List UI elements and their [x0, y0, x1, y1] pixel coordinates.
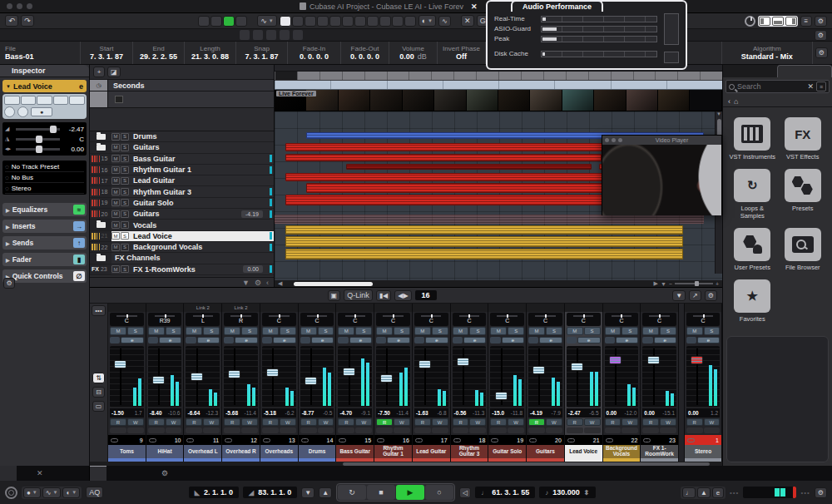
track-state-button[interactable]: [69, 96, 85, 105]
snap-toggle-button[interactable]: ✕: [461, 15, 474, 27]
channel-pan-control[interactable]: R39: [148, 313, 182, 326]
channel-edit-button[interactable]: e: [349, 337, 373, 343]
track-mute-button[interactable]: M: [111, 144, 120, 151]
video-player-titlebar[interactable]: Video Player: [602, 136, 721, 145]
channel-read-button[interactable]: R: [300, 418, 317, 426]
record-mode-dropdown[interactable]: ●▼: [23, 487, 41, 498]
tool-button[interactable]: [392, 16, 404, 27]
channel-volume-value[interactable]: -8.77: [302, 410, 314, 416]
channel-edit-button[interactable]: e: [463, 337, 487, 343]
lower-zone-tab[interactable]: [90, 466, 106, 481]
import-track-button[interactable]: ◪: [107, 67, 121, 77]
list-view-icon[interactable]: ≡: [816, 82, 826, 91]
channel-pan-control[interactable]: C: [453, 313, 487, 326]
track-state-button[interactable]: [37, 96, 52, 105]
channel-volume-value[interactable]: -2.47: [568, 410, 581, 416]
tool-button[interactable]: [305, 16, 316, 27]
track-solo-button[interactable]: S: [121, 265, 129, 273]
close-window-button[interactable]: [605, 138, 609, 142]
fader-handle[interactable]: [191, 373, 203, 381]
automation-state-button[interactable]: [223, 16, 235, 27]
channel-read-button[interactable]: R: [186, 418, 202, 426]
channel-read-button[interactable]: R: [376, 418, 393, 426]
channel-fader-area[interactable]: [686, 346, 720, 408]
channel-write-button[interactable]: W: [660, 418, 676, 426]
channel-pan-control[interactable]: C: [110, 313, 144, 326]
channel-name[interactable]: Overheads: [260, 445, 298, 458]
track-row[interactable]: FX 23 M S FX 1-RoomWorks 0.00: [90, 264, 274, 275]
channel-solo-button[interactable]: S: [355, 327, 372, 335]
channel-volume-value[interactable]: -5.68: [225, 410, 238, 416]
mixer-channel[interactable]: C M S e: [527, 304, 565, 462]
track-solo-button[interactable]: S: [121, 188, 129, 195]
add-track-button[interactable]: +: [93, 67, 105, 77]
channel-write-button[interactable]: W: [546, 418, 562, 426]
channel-listen-button[interactable]: [186, 337, 196, 343]
fader-handle[interactable]: [418, 360, 431, 368]
tool-button[interactable]: [354, 16, 366, 27]
close-audio-performance-icon[interactable]: ✕: [471, 2, 478, 11]
marker-track[interactable]: [90, 91, 274, 108]
channel-edit-button[interactable]: e: [616, 337, 639, 343]
channel-misc-button[interactable]: [203, 427, 220, 433]
tool-button[interactable]: [367, 16, 379, 27]
fader-handle[interactable]: [532, 366, 545, 374]
channel-name[interactable]: Lead Guitar: [413, 445, 450, 458]
inspector-track-name[interactable]: ▼ Lead Voice e: [2, 80, 87, 92]
channel-mute-button[interactable]: M: [148, 327, 165, 335]
channel-mute-button[interactable]: M: [686, 327, 703, 335]
close-window-button[interactable]: [7, 3, 12, 9]
automation-state-button[interactable]: [210, 16, 222, 27]
channel-fader-area[interactable]: [148, 346, 182, 408]
info-line-field[interactable]: Snap 7. 3. 1. 87: [236, 42, 288, 64]
channel-name[interactable]: Overhead L: [184, 445, 221, 458]
inspector-section[interactable]: ▶ Sends ↑: [2, 236, 87, 250]
tool-button[interactable]: [404, 16, 416, 27]
track-volume-badge[interactable]: 0.00: [243, 265, 263, 273]
channel-write-button[interactable]: W: [622, 418, 638, 426]
channel-fader-area[interactable]: [300, 346, 334, 408]
channel-fader-area[interactable]: [262, 346, 296, 408]
automation-state-button[interactable]: [198, 16, 210, 27]
mixer-setup-gear[interactable]: ⚙: [705, 290, 717, 301]
inspector-section[interactable]: ▶ Fader ▮: [2, 253, 87, 266]
channel-mute-button[interactable]: M: [300, 327, 317, 335]
info-line-field[interactable]: Invert Phase Off: [438, 42, 486, 64]
channel-misc-button[interactable]: [567, 427, 583, 433]
channel-solo-button[interactable]: S: [127, 327, 144, 335]
section-expand-icon[interactable]: ▶: [6, 257, 10, 263]
routing-row[interactable]: ◌Stereo: [5, 183, 84, 194]
track-mute-button[interactable]: M: [111, 232, 120, 240]
ruler-track[interactable]: ◷ Seconds: [90, 80, 274, 91]
channel-misc-button[interactable]: [338, 427, 354, 433]
channel-solo-button[interactable]: S: [508, 327, 524, 335]
channel-edit-button[interactable]: e: [654, 337, 677, 343]
channel-write-button[interactable]: W: [127, 418, 144, 426]
channel-mute-button[interactable]: M: [567, 327, 583, 335]
track-solo-button[interactable]: S: [121, 232, 129, 240]
fader-handle[interactable]: [571, 363, 583, 371]
channel-pan-control[interactable]: C: [490, 313, 524, 326]
channel-solo-button[interactable]: S: [432, 327, 448, 335]
auto-scroll-button[interactable]: ∿▼: [257, 15, 277, 27]
channel-misc-button[interactable]: [704, 427, 721, 433]
channel-write-button[interactable]: W: [241, 418, 258, 426]
track-mute-button[interactable]: M: [111, 210, 120, 218]
channel-solo-button[interactable]: S: [241, 327, 258, 335]
channel-misc-button[interactable]: [660, 427, 676, 433]
home-icon[interactable]: ⌂: [734, 97, 738, 106]
channel-solo-button[interactable]: S: [280, 327, 296, 335]
right-locator[interactable]: ◢83. 1. 1. 0: [243, 487, 297, 498]
count-in-button[interactable]: ▲: [697, 487, 711, 498]
fader-handle[interactable]: [457, 358, 469, 366]
channel-misc-button[interactable]: [355, 427, 372, 433]
channel-read-button[interactable]: R: [224, 418, 240, 426]
metronome-click-button[interactable]: ♩: [682, 487, 696, 498]
fader-handle[interactable]: [343, 368, 355, 376]
time-display[interactable]: ♩61. 3. 1. 55: [475, 487, 535, 498]
media-tile[interactable]: File Browser: [779, 225, 828, 274]
mixer-channel[interactable]: C M S e: [565, 304, 603, 462]
track-row[interactable]: 18 M S Rhythm Guitar 3: [90, 186, 274, 197]
record-enable-button[interactable]: [4, 106, 15, 117]
routing-row[interactable]: ◌No Track Preset: [5, 161, 84, 172]
